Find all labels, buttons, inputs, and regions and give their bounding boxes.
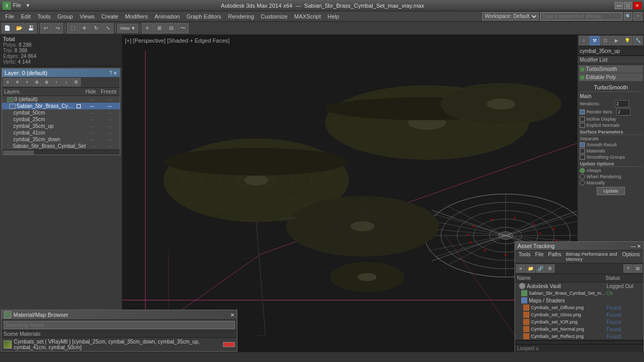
at-menu-paths[interactable]: Paths	[546, 251, 563, 262]
toolbar-align-btn[interactable]: ⊟	[165, 23, 177, 33]
mat-item-row[interactable]: Cymbals_set ( VRayMtl ) [cymbal_25cm, cy…	[2, 338, 237, 351]
at-tool-2[interactable]: 📁	[526, 264, 535, 273]
menu-help[interactable]: Help	[324, 12, 342, 21]
layer-tool-delete[interactable]: ✕	[13, 78, 22, 86]
menu-customize[interactable]: Customize	[257, 12, 290, 21]
at-row-diffuse[interactable]: Cymbals_set_Diffuse.png Found	[515, 304, 643, 311]
layer-tool-add[interactable]: +	[23, 78, 32, 86]
at-tool-1[interactable]: ≡	[516, 264, 525, 273]
menu-modifiers[interactable]: Modifiers	[122, 12, 151, 21]
layer-row-6[interactable]: cymbal_35cm_down — —	[2, 136, 120, 143]
toolbar-redo-btn[interactable]: ↪	[52, 23, 63, 33]
menu-create[interactable]: Create	[98, 12, 121, 21]
app-menu-tools[interactable]: ▼	[25, 3, 30, 8]
menu-animation[interactable]: Animation	[152, 12, 183, 21]
at-minimize-btn[interactable]: —	[631, 243, 636, 249]
motion-icon[interactable]: ▶	[611, 36, 621, 45]
ts-materials-checkbox[interactable]	[580, 148, 585, 154]
toolbar-rotate-btn[interactable]: ↻	[90, 23, 102, 33]
toolbar-save-btn[interactable]: 💾	[25, 23, 36, 33]
layer-row-2[interactable]: cymbal_50cm — —	[2, 109, 120, 116]
close-button[interactable]: ✕	[633, 2, 641, 9]
toolbar-open-btn[interactable]: 📂	[13, 23, 25, 33]
layer-scrollbar[interactable]	[2, 149, 120, 155]
menu-views[interactable]: Views	[77, 12, 98, 21]
at-row-normal[interactable]: Cymbals_set_Normal.png Found	[515, 326, 643, 333]
at-scrollbar[interactable]	[515, 340, 643, 344]
ts-isoline-checkbox[interactable]	[580, 117, 585, 122]
layer-tool-unlink[interactable]: ⊗	[42, 78, 51, 86]
at-row-ior[interactable]: Cymbals_set_IOR.png Found	[515, 318, 643, 326]
hierarchy-icon[interactable]: ⊡	[600, 36, 611, 45]
toolbar-select-btn[interactable]: ⬚	[67, 23, 78, 33]
toolbar-curve-btn[interactable]: 〜	[177, 23, 189, 33]
layer-tool-list[interactable]: ≡	[3, 78, 12, 86]
maximize-button[interactable]: □	[624, 2, 632, 9]
search-icon[interactable]: 🔍	[624, 12, 632, 21]
layer-row-7[interactable]: Sabian_5br_Brass_Cymbal_Set — —	[2, 143, 120, 149]
menu-file[interactable]: File	[2, 12, 17, 21]
layer-checkbox-0[interactable]	[7, 97, 13, 102]
layer-row-4[interactable]: cymbal_35cm_up — —	[2, 123, 120, 129]
menu-maxscript[interactable]: MAXScript	[291, 12, 324, 21]
menu-rendering[interactable]: Rendering	[225, 12, 257, 21]
ts-always-radio[interactable]	[580, 168, 585, 173]
mat-browser-close[interactable]: ✕	[230, 312, 234, 318]
utility-icon[interactable]: 🔧	[633, 36, 643, 45]
toolbar-ref-dropdown[interactable]: View ▼	[117, 24, 138, 33]
help-icon[interactable]: ?	[634, 12, 642, 21]
menu-tools[interactable]: Tools	[34, 12, 54, 21]
at-row-maxfile[interactable]: Sabian_5br_Brass_Cymbal_Set_max_vray.max…	[515, 290, 643, 297]
menu-graph-editors[interactable]: Graph Editors	[183, 12, 225, 21]
at-row-gloss[interactable]: Cymbals_set_Gloss.png Found	[515, 311, 643, 318]
at-tool-4[interactable]: ⚙	[545, 264, 555, 273]
modify-icon[interactable]: ⚒	[590, 36, 600, 45]
toolbar-mirror-btn[interactable]: ⊞	[154, 23, 165, 33]
modifier-turbosmooth[interactable]: TurboSmooth	[579, 65, 643, 73]
ts-render-iters-input[interactable]	[616, 108, 631, 116]
layer-tool-down[interactable]: ↓	[62, 78, 71, 86]
app-menu-file[interactable]: File	[13, 3, 21, 8]
layer-tool-link[interactable]: ⊕	[32, 78, 42, 86]
layer-help-btn[interactable]: ?	[109, 70, 112, 76]
ts-smooth-checkbox[interactable]	[580, 142, 585, 147]
at-close-btn[interactable]: ✕	[637, 243, 641, 249]
ts-smoothing-checkbox[interactable]	[580, 155, 585, 160]
layer-row-3[interactable]: cymbal_25cm — —	[2, 116, 120, 123]
at-tool-help[interactable]: ?	[623, 264, 633, 273]
at-tool-3[interactable]: 🔗	[536, 264, 545, 273]
ts-manually-radio[interactable]	[580, 180, 585, 185]
menu-edit[interactable]: Edit	[18, 12, 34, 21]
layer-checkbox-1[interactable]	[9, 104, 15, 109]
modifier-editable-poly[interactable]: Editable Poly	[579, 73, 643, 81]
at-menu-options[interactable]: Options	[620, 251, 642, 262]
toolbar-new-btn[interactable]: 📄	[2, 23, 13, 33]
viewport[interactable]: [+] [Perspective] [Shaded + Edged Faces]	[122, 35, 577, 352]
toolbar-scale-btn[interactable]: ⤡	[102, 23, 114, 33]
ts-iterations-input[interactable]	[615, 100, 629, 107]
at-tool-extra[interactable]: ⊞	[633, 264, 642, 273]
at-menu-file[interactable]: File	[533, 251, 545, 262]
minimize-button[interactable]: —	[615, 2, 623, 9]
display-icon[interactable]: 💡	[622, 36, 632, 45]
at-row-maps[interactable]: Maps / Shaders	[515, 297, 643, 304]
at-menu-tools[interactable]: Tools	[517, 251, 532, 262]
layer-row-0[interactable]: 0 (default) — —	[2, 96, 120, 103]
layer-row-1[interactable]: Sabian_5br_Brass_Cymbal_Set — —	[2, 103, 120, 109]
layer-row-5[interactable]: cymbal_41cm — —	[2, 129, 120, 136]
layer-tool-settings[interactable]: ⚙	[71, 78, 81, 86]
toolbar-layer-btn[interactable]: ≡	[142, 23, 153, 33]
toolbar-undo-btn[interactable]: ↩	[40, 23, 51, 33]
menu-group[interactable]: Group	[54, 12, 76, 21]
ts-when-rendering-radio[interactable]	[580, 174, 585, 179]
search-input[interactable]	[540, 12, 622, 21]
ts-update-button[interactable]: Update	[597, 187, 625, 195]
workspace-select[interactable]: Workspace: Default	[482, 12, 539, 21]
create-icon[interactable]: ✧	[579, 36, 589, 45]
at-row-vault[interactable]: Autodesk Vault Logged Out	[515, 282, 643, 290]
at-menu-bitmap[interactable]: Bitmap Performance and Memory	[564, 251, 619, 262]
ts-explicit-checkbox[interactable]	[580, 123, 585, 128]
ts-render-checkbox[interactable]	[580, 109, 585, 115]
mat-search-input[interactable]	[4, 321, 235, 329]
toolbar-move-btn[interactable]: ✛	[79, 23, 90, 33]
